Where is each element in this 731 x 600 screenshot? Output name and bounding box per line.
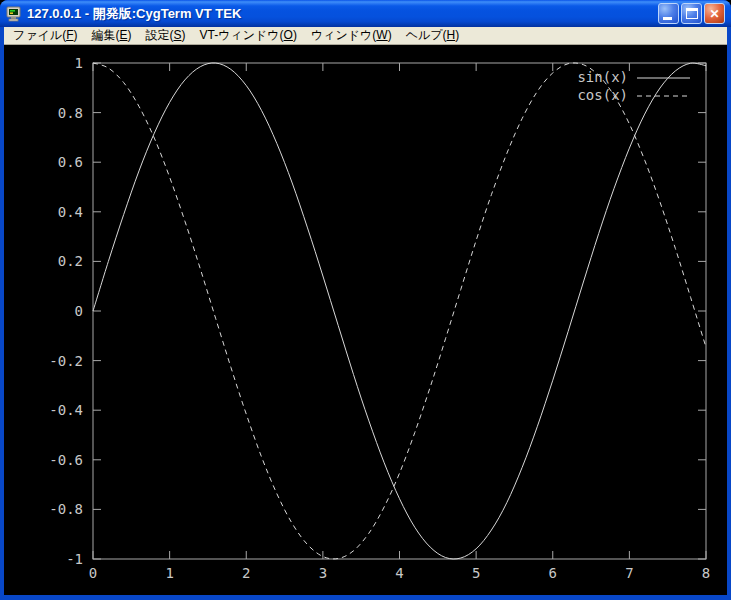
menubar: ファイル(F) 編集(E) 設定(S) VT-ウィンドウ(O) ウィンドウ(W)…: [4, 27, 727, 45]
y-tick-label: 0.2: [58, 253, 83, 269]
y-tick-label: -0.6: [49, 452, 83, 468]
minimize-icon: [663, 17, 672, 20]
y-tick-label: -0.8: [49, 501, 83, 517]
y-tick-label: -0.4: [49, 402, 83, 418]
legend-label-sinx: sin(x): [577, 69, 628, 85]
y-tick-label: -1: [66, 551, 83, 567]
curve-sinx: [93, 63, 706, 559]
menu-settings[interactable]: 設定(S): [138, 26, 192, 45]
y-tick-label: -0.2: [49, 353, 83, 369]
menu-window[interactable]: ウィンドウ(W): [304, 26, 399, 45]
terminal-screen[interactable]: 012345678-1-0.8-0.6-0.4-0.200.20.40.60.8…: [4, 45, 727, 595]
maximize-icon: [686, 8, 698, 19]
menu-edit[interactable]: 編集(E): [84, 26, 138, 45]
cygterm-window: 127.0.0.1 - 開発版:CygTerm VT TEK ✕ ファイル(F)…: [0, 0, 731, 600]
y-tick-label: 1: [75, 55, 83, 71]
y-tick-label: 0.6: [58, 154, 83, 170]
legend-label-cosx: cos(x): [577, 87, 628, 103]
x-tick-label: 1: [165, 565, 173, 581]
y-tick-label: 0: [75, 303, 83, 319]
x-tick-label: 5: [472, 565, 480, 581]
x-tick-label: 8: [702, 565, 710, 581]
menu-vt-window[interactable]: VT-ウィンドウ(O): [193, 26, 304, 45]
y-tick-label: 0.8: [58, 105, 83, 121]
minimize-button[interactable]: [658, 3, 679, 24]
x-tick-label: 3: [319, 565, 327, 581]
plot-border: [93, 63, 706, 559]
x-tick-label: 6: [549, 565, 557, 581]
terminal-icon[interactable]: [6, 6, 22, 22]
x-tick-label: 7: [625, 565, 633, 581]
window-controls: ✕: [658, 3, 725, 24]
titlebar[interactable]: 127.0.0.1 - 開発版:CygTerm VT TEK ✕: [0, 0, 731, 27]
x-tick-label: 2: [242, 565, 250, 581]
x-tick-label: 0: [89, 565, 97, 581]
y-tick-label: 0.4: [58, 204, 83, 220]
close-button[interactable]: ✕: [704, 3, 725, 24]
menu-file[interactable]: ファイル(F): [6, 26, 84, 45]
curve-cosx: [93, 63, 706, 559]
close-icon: ✕: [709, 7, 719, 21]
window-title: 127.0.0.1 - 開発版:CygTerm VT TEK: [27, 5, 658, 23]
tek-plot: 012345678-1-0.8-0.6-0.4-0.200.20.40.60.8…: [4, 45, 727, 595]
maximize-button[interactable]: [681, 3, 702, 24]
menu-help[interactable]: ヘルプ(H): [399, 26, 467, 45]
x-tick-label: 4: [395, 565, 403, 581]
